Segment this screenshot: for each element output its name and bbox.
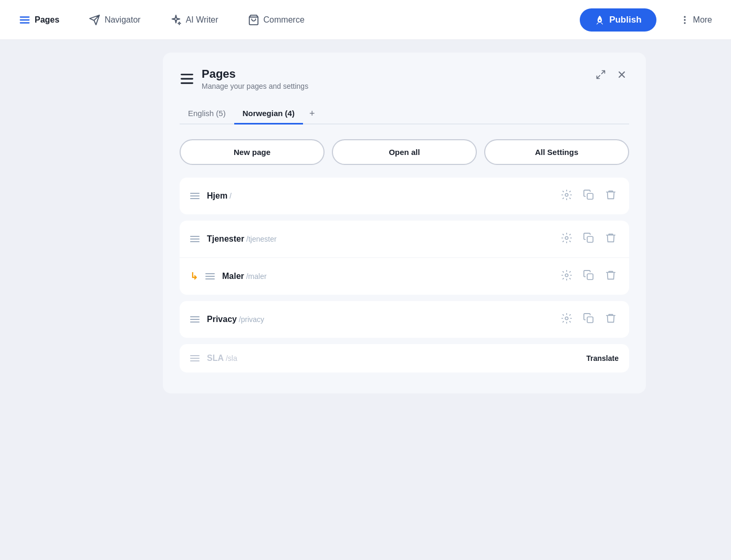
publish-label: Publish	[609, 15, 641, 25]
svg-rect-18	[587, 317, 593, 323]
page-name-tjenester: Tjenester /tjenester	[207, 234, 277, 244]
page-actions-tjenester	[559, 230, 619, 248]
panel-title: Pages	[202, 67, 308, 81]
sub-indent-icon: ↳	[190, 271, 198, 282]
svg-point-7	[684, 22, 685, 24]
top-nav: Pages Navigator AI Writer Commerce Publi…	[0, 0, 731, 40]
duplicate-icon-maler[interactable]	[581, 267, 597, 285]
drag-handle-sla[interactable]	[190, 355, 200, 361]
rocket-icon	[594, 15, 605, 25]
ai-writer-icon	[170, 14, 182, 26]
left-space	[0, 40, 163, 560]
nav-commerce-label: Commerce	[264, 15, 305, 25]
panel-header-left: Pages Manage your pages and settings	[180, 67, 308, 90]
tab-english[interactable]: English (5)	[180, 103, 234, 125]
svg-point-4	[599, 19, 600, 21]
settings-icon-tjenester[interactable]	[559, 230, 575, 248]
tab-norwegian[interactable]: Norwegian (4)	[234, 103, 303, 125]
publish-button[interactable]: Publish	[580, 8, 656, 32]
svg-rect-16	[587, 274, 593, 279]
drag-handle-tjenester[interactable]	[190, 236, 200, 242]
page-actions-hjem	[559, 187, 619, 205]
svg-point-11	[565, 193, 568, 196]
page-item-tjenester: Tjenester /tjenester	[180, 221, 629, 257]
expand-button[interactable]	[593, 67, 608, 82]
delete-icon-hjem[interactable]	[603, 187, 619, 205]
duplicate-icon-hjem[interactable]	[581, 187, 597, 205]
close-icon	[617, 69, 627, 80]
duplicate-icon-tjenester[interactable]	[581, 230, 597, 248]
expand-icon	[596, 69, 606, 80]
pages-icon	[19, 14, 30, 26]
pages-panel: Pages Manage your pages and settings	[163, 40, 731, 560]
nav-commerce[interactable]: Commerce	[242, 10, 311, 30]
panel-title-group: Pages Manage your pages and settings	[202, 67, 308, 90]
svg-point-5	[684, 16, 685, 17]
settings-icon-privacy[interactable]	[559, 310, 575, 328]
settings-icon-hjem[interactable]	[559, 187, 575, 205]
nav-ai-writer-label: AI Writer	[186, 15, 218, 25]
action-buttons: New page Open all All Settings	[180, 139, 629, 165]
nav-ai-writer[interactable]: AI Writer	[164, 10, 225, 30]
page-name-sla: SLA /sla	[207, 354, 237, 363]
panel-header-icons	[593, 67, 629, 82]
svg-point-13	[565, 236, 568, 240]
more-button[interactable]: More	[673, 11, 718, 29]
tab-add-button[interactable]: +	[303, 103, 321, 125]
nav-navigator[interactable]: Navigator	[82, 10, 147, 30]
page-name-privacy: Privacy /privacy	[207, 315, 264, 324]
open-all-button[interactable]: Open all	[332, 139, 477, 165]
page-group-sla: SLA /sla Translate	[180, 344, 629, 372]
svg-rect-14	[587, 236, 593, 242]
nav-pages[interactable]: Pages	[13, 10, 66, 30]
nav-navigator-label: Navigator	[105, 15, 140, 25]
more-label: More	[693, 15, 712, 25]
panel-card: Pages Manage your pages and settings	[163, 53, 646, 393]
page-item-hjem: Hjem /	[180, 178, 629, 214]
svg-rect-12	[587, 193, 593, 199]
page-item-sla: SLA /sla Translate	[180, 344, 629, 372]
commerce-icon	[248, 14, 259, 26]
page-item-privacy: Privacy /privacy	[180, 301, 629, 338]
delete-icon-tjenester[interactable]	[603, 230, 619, 248]
page-item-maler: ↳ Maler /maler	[180, 257, 629, 295]
page-group-hjem: Hjem /	[180, 178, 629, 214]
tabs: English (5) Norwegian (4) +	[180, 103, 629, 125]
translate-button-sla[interactable]: Translate	[587, 354, 619, 362]
page-actions-maler	[559, 267, 619, 285]
page-name-maler: Maler /maler	[222, 272, 267, 281]
all-settings-button[interactable]: All Settings	[484, 139, 629, 165]
close-button[interactable]	[614, 67, 629, 82]
page-name-hjem: Hjem /	[207, 191, 232, 201]
svg-point-17	[565, 317, 568, 320]
nav-pages-label: Pages	[35, 15, 59, 25]
more-dots-icon	[680, 15, 690, 25]
drag-handle-privacy[interactable]	[190, 316, 200, 323]
drag-handle-hjem[interactable]	[190, 193, 200, 199]
svg-point-15	[565, 274, 568, 277]
new-page-button[interactable]: New page	[180, 139, 325, 165]
panel-pages-icon	[180, 71, 194, 86]
delete-icon-privacy[interactable]	[603, 310, 619, 328]
svg-point-6	[684, 19, 685, 20]
settings-icon-maler[interactable]	[559, 267, 575, 285]
duplicate-icon-privacy[interactable]	[581, 310, 597, 328]
delete-icon-maler[interactable]	[603, 267, 619, 285]
page-actions-privacy	[559, 310, 619, 328]
navigator-icon	[89, 14, 100, 26]
panel-subtitle: Manage your pages and settings	[202, 82, 308, 90]
panel-header: Pages Manage your pages and settings	[180, 67, 629, 90]
drag-handle-maler[interactable]	[205, 273, 215, 279]
page-group-tjenester: Tjenester /tjenester	[180, 221, 629, 295]
page-group-privacy: Privacy /privacy	[180, 301, 629, 338]
main-area: Pages Manage your pages and settings	[0, 40, 731, 560]
